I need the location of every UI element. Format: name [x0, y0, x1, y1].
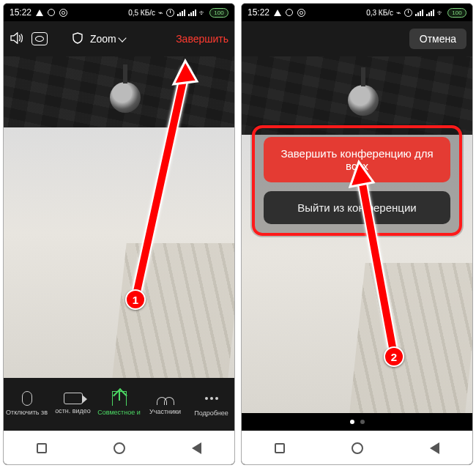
send-icon [36, 10, 43, 16]
vowifi-icon: ᯤ [199, 9, 207, 17]
alarm-icon [166, 9, 174, 17]
annotation-badge-1: 1 [125, 289, 146, 310]
cancel-button[interactable]: Отмена [409, 29, 466, 49]
browser-icon [297, 9, 305, 17]
signal-2-icon [188, 10, 196, 16]
shield-icon[interactable] [72, 32, 83, 46]
wall-stripes [112, 243, 234, 378]
camera-icon [64, 393, 83, 404]
status-time: 15:22 [248, 7, 269, 18]
video-feed: Завершить конференцию для всех Выйти из … [242, 56, 472, 413]
end-meeting-popup: Завершить конференцию для всех Выйти из … [252, 125, 462, 236]
signal-2-icon [426, 10, 434, 16]
zoom-top-bar: Zoom Завершить [4, 21, 234, 56]
meeting-title[interactable]: Zoom [90, 33, 125, 45]
lamp [348, 85, 379, 116]
send-icon [274, 10, 281, 16]
battery-icon: 100 [209, 8, 228, 18]
wall-stripes [349, 263, 472, 413]
leave-meeting-button[interactable]: Выйти из конференции [264, 191, 450, 224]
signal-icon [415, 10, 423, 16]
page-dot [360, 420, 365, 424]
bluetooth-icon: ⌁ [158, 8, 163, 18]
nav-recent-icon[interactable] [37, 443, 47, 453]
participants-icon [157, 392, 174, 405]
flip-camera-icon[interactable] [31, 32, 48, 45]
participants-button[interactable]: Участники [142, 392, 188, 415]
video-button[interactable]: остн. видео [50, 393, 96, 415]
nav-home-icon[interactable] [114, 442, 125, 454]
vowifi-icon: ᯤ [437, 9, 445, 17]
speaker-icon[interactable] [10, 32, 24, 46]
annotation-badge-2: 2 [384, 346, 404, 367]
share-icon [112, 391, 127, 406]
alarm-icon [404, 9, 412, 17]
end-for-all-button[interactable]: Завершить конференцию для всех [264, 137, 450, 182]
zoom-bottom-toolbar: Отключить зв остн. видео Совместное и Уч… [4, 378, 234, 431]
data-rate: 0,3 КБ/с [366, 9, 393, 17]
browser-icon [59, 9, 67, 17]
page-dot-active [350, 420, 354, 424]
mic-icon [22, 391, 32, 406]
more-icon [203, 390, 220, 406]
end-button[interactable]: Завершить [176, 33, 228, 45]
bluetooth-icon: ⌁ [396, 8, 401, 18]
data-rate: 0,5 КБ/с [128, 9, 155, 17]
android-nav-bar [4, 431, 234, 464]
lamp [110, 82, 141, 113]
status-bar: 15:22 0,5 КБ/с ⌁ ᯤ 100 [4, 4, 234, 21]
app-icon [48, 9, 55, 16]
mute-button[interactable]: Отключить зв [4, 391, 50, 416]
video-feed: 1 [4, 56, 234, 378]
phone-right: 15:22 0,3 КБ/с ⌁ ᯤ 100 Отмена Завершить … [241, 3, 473, 465]
nav-recent-icon[interactable] [275, 443, 285, 453]
share-button[interactable]: Совместное и [96, 391, 142, 416]
nav-home-icon[interactable] [352, 442, 363, 454]
more-button[interactable]: Подробнее [188, 390, 234, 417]
page-indicator [242, 413, 472, 431]
status-time: 15:22 [10, 7, 31, 18]
nav-back-icon[interactable] [430, 442, 439, 454]
battery-icon: 100 [447, 8, 466, 18]
nav-back-icon[interactable] [192, 442, 201, 454]
app-icon [286, 9, 293, 16]
phone-left: 15:22 0,5 КБ/с ⌁ ᯤ 100 Zoom Завершить [3, 3, 235, 465]
chevron-down-icon [118, 34, 126, 42]
status-bar: 15:22 0,3 КБ/с ⌁ ᯤ 100 [242, 4, 472, 21]
zoom-top-bar: Отмена [242, 21, 472, 56]
signal-icon [177, 10, 185, 16]
android-nav-bar [242, 431, 472, 464]
